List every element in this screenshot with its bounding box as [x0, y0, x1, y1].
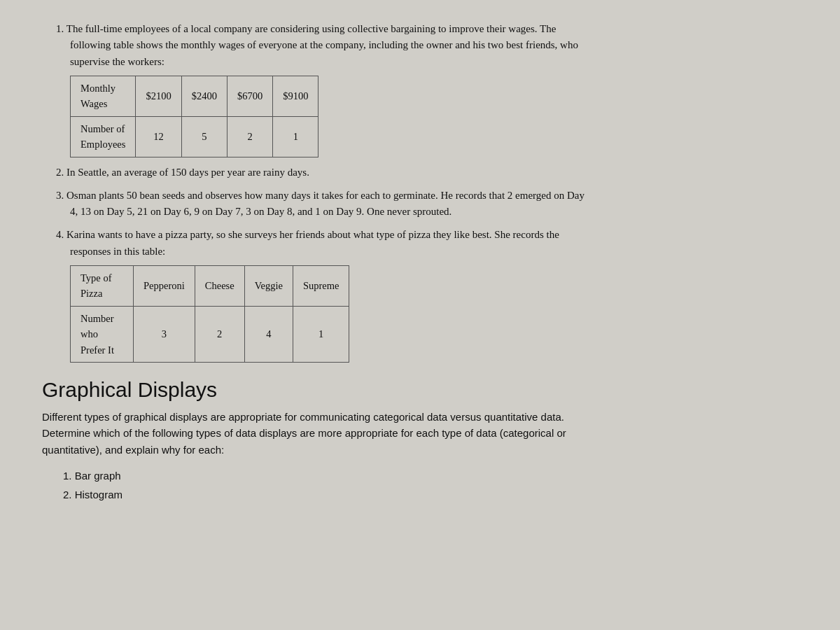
question-1-text: 1. The full-time employees of a local co…: [56, 21, 588, 70]
pizza-type-label-cell: Type of Pizza: [71, 265, 134, 306]
question-3-body: Osman plants 50 bean seeds and observes …: [66, 190, 584, 217]
pizza-prefer-val-2: 2: [195, 306, 244, 362]
question-2-body: In Seattle, an average of 150 days per y…: [66, 167, 309, 178]
question-2-number: 2.: [56, 167, 64, 178]
question-1: 1. The full-time employees of a local co…: [42, 21, 588, 158]
wages-val-4: $9100: [273, 76, 318, 116]
pizza-type-label-line2: Pizza: [80, 288, 102, 299]
list-item-1-label: Bar graph: [75, 470, 121, 482]
wages-label-line2: Wages: [80, 98, 107, 109]
employees-val-1: 12: [136, 116, 181, 157]
employees-val-4: 1: [273, 116, 318, 157]
pizza-type-val-1: Pepperoni: [134, 265, 195, 306]
pizza-table-row-1: Type of Pizza Pepperoni Cheese Veggie Su…: [71, 265, 349, 306]
pizza-type-label-line1: Type of: [80, 272, 111, 284]
question-2: 2. In Seattle, an average of 150 days pe…: [42, 164, 588, 181]
graphical-displays-paragraph: Different types of graphical displays ar…: [42, 409, 588, 458]
wages-label-cell: Monthly Wages: [71, 76, 136, 116]
main-content: 1. The full-time employees of a local co…: [42, 21, 588, 504]
pizza-prefer-val-4: 1: [293, 306, 349, 362]
wages-val-1: $2100: [136, 76, 181, 116]
pizza-prefer-label-line3: Prefer It: [80, 344, 114, 356]
list-item-1: 1. Bar graph: [63, 466, 588, 485]
question-3-number: 3.: [56, 190, 64, 201]
question-2-text: 2. In Seattle, an average of 150 days pe…: [56, 164, 588, 181]
wages-table: Monthly Wages $2100 $2400 $6700 $9100 Nu…: [70, 76, 318, 158]
list-item-1-number: 1.: [63, 470, 72, 482]
pizza-prefer-val-3: 4: [244, 306, 293, 362]
pizza-type-val-3: Veggie: [244, 265, 293, 306]
question-1-number: 1.: [56, 23, 64, 34]
question-4: 4. Karina wants to have a pizza party, s…: [42, 227, 588, 363]
wages-table-row-1: Monthly Wages $2100 $2400 $6700 $9100: [71, 76, 318, 116]
question-4-number: 4.: [56, 229, 64, 240]
wages-label-line1: Monthly: [80, 83, 115, 94]
pizza-prefer-label-cell: Number who Prefer It: [71, 306, 134, 362]
pizza-prefer-label-line2: who: [80, 328, 98, 340]
pizza-table: Type of Pizza Pepperoni Cheese Veggie Su…: [70, 265, 349, 363]
employees-val-3: 2: [227, 116, 272, 157]
pizza-type-val-2: Cheese: [195, 265, 244, 306]
list-item-2: 2. Histogram: [63, 485, 588, 504]
question-4-text: 4. Karina wants to have a pizza party, s…: [56, 227, 588, 260]
wages-val-2: $2400: [181, 76, 227, 116]
graphical-list: 1. Bar graph 2. Histogram: [42, 466, 588, 504]
list-item-2-label: Histogram: [75, 489, 122, 500]
pizza-table-row-2: Number who Prefer It 3 2 4 1: [71, 306, 349, 362]
employees-label-line1: Number of: [80, 123, 125, 134]
employees-val-2: 5: [181, 116, 227, 157]
question-1-body: The full-time employees of a local compa…: [66, 23, 578, 67]
pizza-type-val-4: Supreme: [293, 265, 349, 306]
pizza-prefer-label-line1: Number: [80, 313, 114, 324]
employees-label-cell: Number of Employees: [71, 116, 136, 157]
question-4-body: Karina wants to have a pizza party, so s…: [66, 229, 559, 256]
graphical-displays-heading: Graphical Displays: [42, 378, 588, 402]
question-3: 3. Osman plants 50 bean seeds and observ…: [42, 188, 588, 220]
wages-table-row-2: Number of Employees 12 5 2 1: [71, 116, 318, 157]
employees-label-line2: Employees: [80, 139, 125, 150]
list-item-2-number: 2.: [63, 489, 72, 500]
pizza-prefer-val-1: 3: [134, 306, 195, 362]
question-3-text: 3. Osman plants 50 bean seeds and observ…: [56, 188, 588, 220]
wages-val-3: $6700: [227, 76, 272, 116]
